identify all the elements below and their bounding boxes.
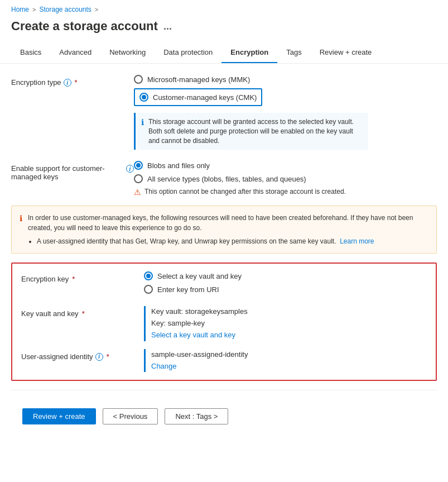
cmk-support-input-col: Blobs and files only All service types (…	[134, 161, 437, 197]
encryption-type-label-col: Encryption type i *	[11, 75, 134, 87]
previous-button[interactable]: < Previous	[103, 408, 158, 424]
next-button[interactable]: Next : Tags >	[165, 408, 228, 424]
breadcrumb-home[interactable]: Home	[11, 6, 29, 13]
encryption-key-row: Encryption key * Select a key vault and …	[21, 271, 427, 298]
radio-enter-uri-label: Enter key from URI	[157, 285, 219, 294]
user-identity-label-col: User-assigned identity i *	[21, 349, 144, 361]
cmk-support-label: Enable support for customer-managed keys…	[11, 163, 134, 181]
radio-select-key-vault-label: Select a key vault and key	[157, 272, 242, 280]
radio-all-services-label: All service types (blobs, files, tables,…	[147, 175, 306, 183]
radio-select-key-vault[interactable]: Select a key vault and key	[144, 271, 427, 280]
learn-more-link[interactable]: Learn more	[340, 237, 374, 245]
notice-icon: ℹ	[20, 214, 22, 246]
tab-tags[interactable]: Tags	[277, 42, 310, 63]
radio-enter-uri[interactable]: Enter key from URI	[144, 285, 427, 294]
user-identity-value: sample-user-assigned-identity Change	[144, 349, 427, 373]
review-create-button[interactable]: Review + create	[22, 408, 96, 424]
radio-all-services-circle	[134, 174, 143, 183]
tab-basics[interactable]: Basics	[11, 42, 50, 63]
encryption-key-required: *	[72, 275, 75, 283]
notice-box: ℹ In order to use customer-managed keys,…	[11, 206, 437, 254]
radio-blobs-label: Blobs and files only	[147, 161, 210, 170]
notice-text: In order to use customer-managed keys, t…	[28, 213, 428, 246]
cmk-support-row: Enable support for customer-managed keys…	[11, 161, 437, 197]
radio-cmk-label: Customer-managed keys (CMK)	[153, 93, 257, 102]
key-vault-name: Key vault: storagekeysamples	[151, 307, 248, 316]
footer-buttons: Review + create < Previous Next : Tags >	[11, 399, 437, 433]
key-vault-row: Key vault and key * Key vault: storageke…	[21, 306, 427, 341]
key-vault-label-col: Key vault and key *	[21, 306, 144, 318]
page-title-dots[interactable]: ...	[163, 21, 172, 32]
key-vault-label: Key vault and key *	[21, 308, 144, 318]
tab-networking[interactable]: Networking	[100, 42, 155, 63]
encryption-type-required: *	[75, 78, 78, 87]
radio-mmk-circle	[134, 75, 143, 84]
radio-enter-uri-circle	[144, 285, 153, 294]
key-vault-input-col: Key vault: storagekeysamples Key: sample…	[144, 306, 427, 341]
encryption-type-label: Encryption type i *	[11, 77, 134, 87]
encryption-type-info-icon[interactable]: i	[64, 79, 71, 87]
breadcrumb: Home > Storage accounts >	[0, 0, 448, 17]
tab-advanced[interactable]: Advanced	[50, 42, 100, 63]
encryption-type-input-col: Microsoft-managed keys (MMK) Customer-ma…	[134, 75, 437, 152]
encryption-type-row: Encryption type i * Microsoft-managed ke…	[11, 75, 437, 152]
page-title: Create a storage account	[11, 19, 158, 34]
radio-select-key-vault-circle	[144, 271, 153, 280]
cmk-info-text: This storage account will be granted acc…	[148, 117, 363, 145]
user-identity-info-icon[interactable]: i	[95, 353, 103, 361]
warning-icon: ⚠	[134, 188, 141, 197]
content-area: Encryption type i * Microsoft-managed ke…	[0, 64, 448, 445]
change-identity-link[interactable]: Change	[151, 361, 427, 373]
tab-data-protection[interactable]: Data protection	[155, 42, 221, 63]
notice-bullet-1: A user-assigned identity that has Get, W…	[37, 236, 428, 246]
key-name: Key: sample-key	[151, 319, 205, 327]
radio-cmk-box[interactable]: Customer-managed keys (CMK)	[134, 88, 262, 106]
breadcrumb-storage-accounts[interactable]: Storage accounts	[39, 6, 91, 13]
encryption-key-label-col: Encryption key *	[21, 271, 144, 283]
radio-all-services[interactable]: All service types (blobs, files, tables,…	[134, 174, 437, 183]
page-title-container: Create a storage account ...	[0, 17, 448, 42]
footer-divider	[11, 390, 437, 390]
warning-text: This option cannot be changed after this…	[144, 188, 346, 195]
tab-bar: Basics Advanced Networking Data protecti…	[0, 42, 448, 64]
radio-blobs-circle	[134, 161, 143, 170]
user-identity-input-col: sample-user-assigned-identity Change	[144, 349, 427, 373]
tab-encryption[interactable]: Encryption	[221, 42, 277, 63]
cmk-info-icon: ℹ	[141, 118, 144, 145]
cmk-info-box: ℹ This storage account will be granted a…	[134, 113, 368, 150]
encryption-bordered-section: Encryption key * Select a key vault and …	[11, 263, 437, 381]
user-identity-info: sample-user-assigned-identity Change	[151, 349, 427, 373]
key-vault-info: Key vault: storagekeysamples Key: sample…	[151, 306, 427, 341]
cmk-support-label-col: Enable support for customer-managed keys…	[11, 161, 134, 181]
breadcrumb-sep2: >	[95, 6, 98, 13]
user-identity-required: *	[107, 352, 109, 361]
user-identity-row: User-assigned identity i * sample-user-a…	[21, 349, 427, 373]
breadcrumb-sep1: >	[32, 6, 36, 13]
key-vault-required: *	[82, 309, 85, 318]
cmk-warning-box: ⚠ This option cannot be changed after th…	[134, 188, 437, 197]
radio-mmk-label: Microsoft-managed keys (MMK)	[147, 75, 250, 84]
radio-cmk-circle	[139, 93, 148, 102]
radio-blobs-files[interactable]: Blobs and files only	[134, 161, 437, 170]
tab-review-create[interactable]: Review + create	[311, 42, 381, 63]
encryption-key-input-col: Select a key vault and key Enter key fro…	[144, 271, 427, 298]
user-identity-label: User-assigned identity i *	[21, 351, 144, 361]
encryption-key-label: Encryption key *	[21, 274, 144, 283]
cmk-support-info-icon[interactable]: i	[126, 165, 134, 173]
user-identity-name: sample-user-assigned-identity	[151, 350, 248, 359]
key-vault-value: Key vault: storagekeysamples Key: sample…	[144, 306, 427, 341]
radio-mmk[interactable]: Microsoft-managed keys (MMK)	[134, 75, 437, 84]
select-key-vault-link[interactable]: Select a key vault and key	[151, 330, 427, 341]
